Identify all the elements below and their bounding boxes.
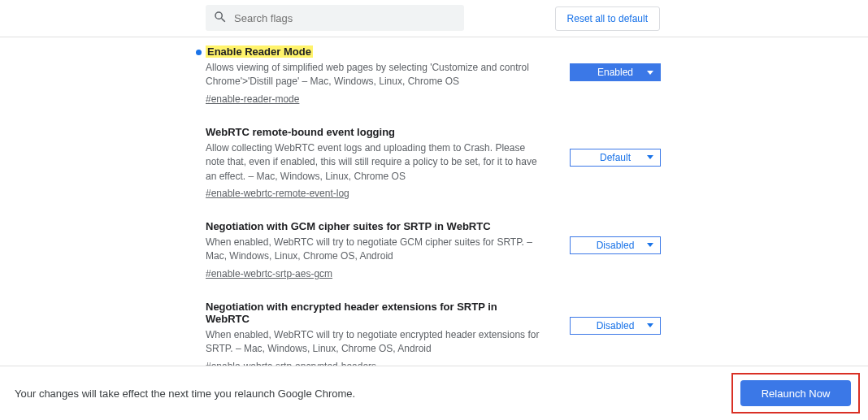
flag-title: Negotiation with GCM cipher suites for S… [206,220,491,232]
flag-select[interactable]: Disabled [570,236,661,254]
chevron-down-icon [647,155,653,159]
flag-description: Allows viewing of simplified web pages b… [206,61,543,89]
flag-select-value: Disabled [597,320,635,331]
flag-body: WebRTC remote-bound event loggingAllow c… [206,126,543,199]
flag-body: Enable Reader ModeAllows viewing of simp… [206,45,543,105]
flag-select[interactable]: Default [570,149,661,167]
flag-description: When enabled, WebRTC will try to negotia… [206,328,543,357]
flag-hash-link[interactable]: #enable-webrtc-remote-event-log [206,188,349,199]
search-box[interactable] [206,5,464,31]
header-bar: Reset all to default [0,0,868,37]
search-input[interactable] [234,12,457,24]
flag-body: Negotiation with encrypted header extens… [206,301,543,372]
chevron-down-icon [647,71,653,75]
flag-item: Negotiation with GCM cipher suites for S… [206,220,661,279]
flag-item: Enable Reader ModeAllows viewing of simp… [206,45,661,105]
chevron-down-icon [647,243,653,247]
flag-select-value: Default [600,152,631,163]
flag-item: Negotiation with encrypted header extens… [206,301,661,372]
relaunch-button[interactable]: Relaunch Now [740,380,851,406]
flag-title: WebRTC remote-bound event logging [206,126,395,138]
flag-hash-link[interactable]: #enable-webrtc-srtp-aes-gcm [206,268,332,279]
flag-hash-link[interactable]: #enable-reader-mode [206,93,299,105]
flag-select[interactable]: Enabled [570,63,661,81]
reset-all-button[interactable]: Reset all to default [555,6,660,31]
flag-description: When enabled, WebRTC will try to negotia… [206,236,543,264]
footer-bar: Your changes will take effect the next t… [0,366,868,420]
flags-list: Enable Reader ModeAllows viewing of simp… [206,45,661,420]
flag-title: Enable Reader Mode [206,45,313,58]
flag-description: Allow collecting WebRTC event logs and u… [206,141,543,184]
flag-item: WebRTC remote-bound event loggingAllow c… [206,126,661,199]
footer-message: Your changes will take effect the next t… [15,388,355,400]
flag-title: Negotiation with encrypted header extens… [206,301,543,325]
flag-body: Negotiation with GCM cipher suites for S… [206,220,543,279]
search-icon [213,10,228,27]
chevron-down-icon [647,323,653,327]
flag-select-value: Enabled [597,67,633,78]
flag-select[interactable]: Disabled [570,317,661,335]
flag-select-value: Disabled [597,240,635,251]
changed-dot [196,50,202,55]
relaunch-highlight-box: Relaunch Now [731,373,860,414]
